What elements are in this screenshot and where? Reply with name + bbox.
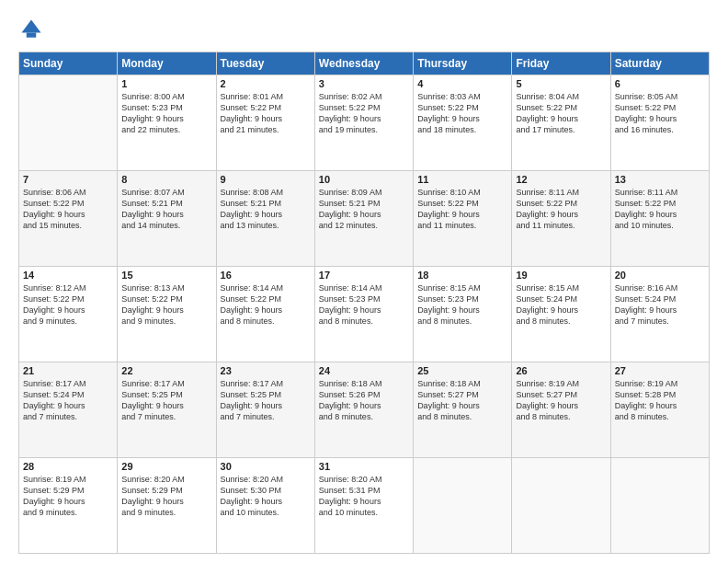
day-number: 21: [23, 365, 113, 376]
calendar-table: SundayMondayTuesdayWednesdayThursdayFrid…: [18, 52, 710, 554]
weekday-wednesday: Wednesday: [314, 52, 413, 75]
weekday-header-row: SundayMondayTuesdayWednesdayThursdayFrid…: [19, 52, 710, 75]
day-info: Sunrise: 8:18 AM Sunset: 5:26 PM Dayligh…: [319, 378, 409, 423]
weekday-monday: Monday: [118, 52, 216, 75]
day-cell: 18Sunrise: 8:15 AM Sunset: 5:23 PM Dayli…: [414, 267, 512, 362]
day-cell: 21Sunrise: 8:17 AM Sunset: 5:24 PM Dayli…: [19, 362, 118, 458]
day-number: 14: [23, 270, 113, 281]
weekday-sunday: Sunday: [19, 52, 118, 75]
day-info: Sunrise: 8:15 AM Sunset: 5:23 PM Dayligh…: [417, 282, 507, 327]
day-info: Sunrise: 8:04 AM Sunset: 5:22 PM Dayligh…: [516, 91, 606, 136]
day-info: Sunrise: 8:09 AM Sunset: 5:21 PM Dayligh…: [319, 187, 409, 232]
day-number: 12: [516, 174, 606, 185]
day-cell: 15Sunrise: 8:13 AM Sunset: 5:22 PM Dayli…: [118, 267, 216, 362]
day-info: Sunrise: 8:10 AM Sunset: 5:22 PM Dayligh…: [417, 187, 507, 232]
day-number: 7: [23, 174, 113, 185]
day-cell: 28Sunrise: 8:19 AM Sunset: 5:29 PM Dayli…: [19, 458, 118, 554]
day-cell: [19, 75, 118, 171]
day-cell: 10Sunrise: 8:09 AM Sunset: 5:21 PM Dayli…: [314, 171, 413, 267]
day-info: Sunrise: 8:17 AM Sunset: 5:24 PM Dayligh…: [23, 378, 113, 423]
day-cell: 1Sunrise: 8:00 AM Sunset: 5:23 PM Daylig…: [118, 75, 216, 171]
day-cell: 7Sunrise: 8:06 AM Sunset: 5:22 PM Daylig…: [19, 171, 118, 267]
day-number: 31: [319, 461, 409, 472]
day-info: Sunrise: 8:01 AM Sunset: 5:22 PM Dayligh…: [221, 91, 311, 136]
day-info: Sunrise: 8:20 AM Sunset: 5:30 PM Dayligh…: [221, 474, 311, 519]
day-cell: 31Sunrise: 8:20 AM Sunset: 5:31 PM Dayli…: [314, 458, 413, 554]
day-info: Sunrise: 8:02 AM Sunset: 5:22 PM Dayligh…: [319, 91, 409, 136]
day-cell: 23Sunrise: 8:17 AM Sunset: 5:25 PM Dayli…: [216, 362, 314, 458]
day-cell: 24Sunrise: 8:18 AM Sunset: 5:26 PM Dayli…: [314, 362, 413, 458]
day-cell: 29Sunrise: 8:20 AM Sunset: 5:29 PM Dayli…: [118, 458, 216, 554]
day-cell: 5Sunrise: 8:04 AM Sunset: 5:22 PM Daylig…: [512, 75, 610, 171]
day-number: 24: [319, 365, 409, 376]
day-info: Sunrise: 8:16 AM Sunset: 5:24 PM Dayligh…: [615, 282, 705, 327]
svg-marker-0: [22, 20, 41, 33]
day-info: Sunrise: 8:14 AM Sunset: 5:23 PM Dayligh…: [319, 282, 409, 327]
day-info: Sunrise: 8:19 AM Sunset: 5:28 PM Dayligh…: [615, 378, 705, 423]
day-info: Sunrise: 8:06 AM Sunset: 5:22 PM Dayligh…: [23, 187, 113, 232]
day-cell: 13Sunrise: 8:11 AM Sunset: 5:22 PM Dayli…: [610, 171, 709, 267]
day-number: 19: [516, 270, 606, 281]
day-info: Sunrise: 8:05 AM Sunset: 5:22 PM Dayligh…: [615, 91, 705, 136]
day-info: Sunrise: 8:20 AM Sunset: 5:29 PM Dayligh…: [121, 474, 211, 519]
day-cell: 17Sunrise: 8:14 AM Sunset: 5:23 PM Dayli…: [314, 267, 413, 362]
svg-rect-1: [27, 33, 37, 38]
day-number: 17: [319, 270, 409, 281]
day-info: Sunrise: 8:20 AM Sunset: 5:31 PM Dayligh…: [319, 474, 409, 519]
day-cell: 3Sunrise: 8:02 AM Sunset: 5:22 PM Daylig…: [314, 75, 413, 171]
day-number: 8: [121, 174, 211, 185]
day-info: Sunrise: 8:07 AM Sunset: 5:21 PM Dayligh…: [121, 187, 211, 232]
week-row-3: 14Sunrise: 8:12 AM Sunset: 5:22 PM Dayli…: [19, 267, 710, 362]
weekday-thursday: Thursday: [414, 52, 512, 75]
day-cell: 6Sunrise: 8:05 AM Sunset: 5:22 PM Daylig…: [610, 75, 709, 171]
day-number: 11: [417, 174, 507, 185]
day-number: 20: [615, 270, 705, 281]
day-number: 4: [417, 78, 507, 89]
day-cell: 25Sunrise: 8:18 AM Sunset: 5:27 PM Dayli…: [414, 362, 512, 458]
day-cell: 19Sunrise: 8:15 AM Sunset: 5:24 PM Dayli…: [512, 267, 610, 362]
header: [18, 17, 710, 42]
day-number: 30: [221, 461, 311, 472]
day-cell: 12Sunrise: 8:11 AM Sunset: 5:22 PM Dayli…: [512, 171, 610, 267]
day-cell: [414, 458, 512, 554]
day-info: Sunrise: 8:19 AM Sunset: 5:29 PM Dayligh…: [23, 474, 113, 519]
day-info: Sunrise: 8:11 AM Sunset: 5:22 PM Dayligh…: [615, 187, 705, 232]
day-number: 25: [417, 365, 507, 376]
day-number: 2: [221, 78, 311, 89]
day-cell: 14Sunrise: 8:12 AM Sunset: 5:22 PM Dayli…: [19, 267, 118, 362]
day-number: 9: [221, 174, 311, 185]
logo-icon: [18, 17, 44, 42]
day-cell: [610, 458, 709, 554]
day-number: 3: [319, 78, 409, 89]
day-info: Sunrise: 8:17 AM Sunset: 5:25 PM Dayligh…: [121, 378, 211, 423]
weekday-saturday: Saturday: [610, 52, 709, 75]
day-cell: 4Sunrise: 8:03 AM Sunset: 5:22 PM Daylig…: [414, 75, 512, 171]
day-cell: 8Sunrise: 8:07 AM Sunset: 5:21 PM Daylig…: [118, 171, 216, 267]
day-cell: 11Sunrise: 8:10 AM Sunset: 5:22 PM Dayli…: [414, 171, 512, 267]
day-info: Sunrise: 8:13 AM Sunset: 5:22 PM Dayligh…: [121, 282, 211, 327]
day-cell: 16Sunrise: 8:14 AM Sunset: 5:22 PM Dayli…: [216, 267, 314, 362]
day-number: 18: [417, 270, 507, 281]
day-cell: 22Sunrise: 8:17 AM Sunset: 5:25 PM Dayli…: [118, 362, 216, 458]
day-info: Sunrise: 8:08 AM Sunset: 5:21 PM Dayligh…: [221, 187, 311, 232]
day-cell: 20Sunrise: 8:16 AM Sunset: 5:24 PM Dayli…: [610, 267, 709, 362]
day-cell: 2Sunrise: 8:01 AM Sunset: 5:22 PM Daylig…: [216, 75, 314, 171]
day-number: 22: [121, 365, 211, 376]
day-info: Sunrise: 8:18 AM Sunset: 5:27 PM Dayligh…: [417, 378, 507, 423]
week-row-1: 1Sunrise: 8:00 AM Sunset: 5:23 PM Daylig…: [19, 75, 710, 171]
week-row-2: 7Sunrise: 8:06 AM Sunset: 5:22 PM Daylig…: [19, 171, 710, 267]
week-row-5: 28Sunrise: 8:19 AM Sunset: 5:29 PM Dayli…: [19, 458, 710, 554]
day-number: 15: [121, 270, 211, 281]
day-info: Sunrise: 8:03 AM Sunset: 5:22 PM Dayligh…: [417, 91, 507, 136]
day-cell: 27Sunrise: 8:19 AM Sunset: 5:28 PM Dayli…: [610, 362, 709, 458]
week-row-4: 21Sunrise: 8:17 AM Sunset: 5:24 PM Dayli…: [19, 362, 710, 458]
day-number: 23: [221, 365, 311, 376]
day-info: Sunrise: 8:17 AM Sunset: 5:25 PM Dayligh…: [221, 378, 311, 423]
day-info: Sunrise: 8:00 AM Sunset: 5:23 PM Dayligh…: [121, 91, 211, 136]
day-number: 10: [319, 174, 409, 185]
weekday-friday: Friday: [512, 52, 610, 75]
day-info: Sunrise: 8:12 AM Sunset: 5:22 PM Dayligh…: [23, 282, 113, 327]
day-number: 29: [121, 461, 211, 472]
day-info: Sunrise: 8:14 AM Sunset: 5:22 PM Dayligh…: [221, 282, 311, 327]
day-number: 27: [615, 365, 705, 376]
